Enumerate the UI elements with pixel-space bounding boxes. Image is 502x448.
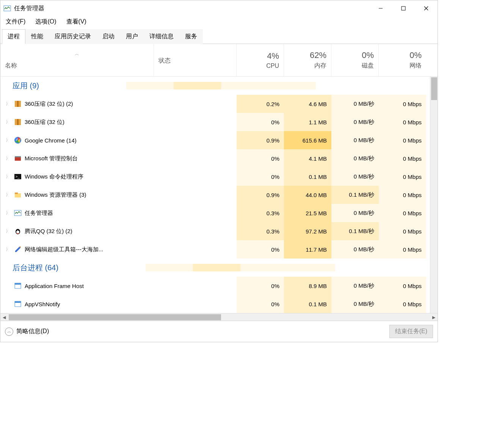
column-network-label: 网络 [409,62,422,70]
process-memory: 0.1 MB [284,168,331,186]
expand-chevron-icon[interactable]: 〉 [5,155,11,162]
scroll-right-icon[interactable]: ▶ [430,313,438,321]
process-row[interactable]: 〉360压缩 (32 位) (2)0.2%4.6 MB0 MB/秒0 Mbps [0,95,438,113]
process-name-cell: 〉>_Windows 命令处理程序 [0,168,154,186]
process-name: Windows 命令处理程序 [25,173,83,180]
process-row[interactable]: AppVShNotify0%0.1 MB0 MB/秒0 Mbps [0,295,438,313]
process-network: 0 Mbps [379,240,426,258]
process-icon [14,100,22,108]
process-row[interactable]: 〉腾讯QQ (32 位) (2)0.3%97.2 MB0.1 MB/秒0 Mbp… [0,222,438,240]
process-row[interactable]: 〉任务管理器0.3%21.5 MB0 MB/秒0 Mbps [0,204,438,222]
tab-services[interactable]: 服务 [179,29,203,44]
expand-chevron-icon[interactable]: 〉 [5,101,11,107]
process-cpu: 0% [237,277,284,295]
column-memory[interactable]: 62% 内存 [284,44,331,76]
svg-rect-8 [17,119,19,125]
expand-chevron-icon[interactable]: 〉 [5,119,11,125]
svg-rect-29 [15,301,21,303]
minimize-button[interactable] [369,0,392,16]
process-cpu: 0% [237,295,284,313]
expand-chevron-icon[interactable]: 〉 [5,137,11,144]
process-status [154,222,237,240]
fewer-details-toggle[interactable]: ︿ 简略信息(D) [5,327,49,336]
process-row[interactable]: 〉>_Windows 命令处理程序0%0.1 MB0 MB/秒0 Mbps [0,168,438,186]
process-list: 应用 (9) 〉360压缩 (32 位) (2)0.2%4.6 MB0 MB/秒… [0,77,438,313]
titlebar[interactable]: 任务管理器 [0,0,438,16]
tab-details[interactable]: 详细信息 [144,29,179,44]
group-background[interactable]: 后台进程 (64) [0,258,438,277]
expand-chevron-icon[interactable]: 〉 [5,192,11,198]
window-controls [369,0,438,16]
menu-options[interactable]: 选项(O) [34,17,58,27]
hscroll-thumb[interactable] [9,314,221,320]
process-name: Windows 资源管理器 (3) [25,191,86,199]
column-headers: ︿ 名称 状态 4% CPU 62% 内存 0% 磁盘 0% 网络 [0,44,438,77]
process-status [154,204,237,222]
process-network: 0 Mbps [379,149,426,168]
process-memory: 1.1 MB [284,113,331,131]
svg-marker-24 [15,247,20,252]
process-name-cell: AppVShNotify [0,295,154,313]
process-network: 0 Mbps [379,113,426,131]
expand-chevron-icon[interactable]: 〉 [5,210,11,216]
column-disk-label: 磁盘 [362,62,374,70]
process-status [154,277,237,295]
process-network: 0 Mbps [379,295,426,313]
process-network: 0 Mbps [379,277,426,295]
tab-users[interactable]: 用户 [120,29,144,44]
tab-app-history[interactable]: 应用历史记录 [49,29,97,44]
process-name: AppVShNotify [25,301,60,307]
process-name-cell: Application Frame Host [0,277,154,295]
process-row[interactable]: 〉Google Chrome (14)0.9%615.6 MB0 MB/秒0 M… [0,131,438,149]
column-cpu[interactable]: 4% CPU [237,44,284,76]
tab-startup[interactable]: 启动 [97,29,120,44]
sort-indicator-icon: ︿ [5,51,149,57]
expand-chevron-icon[interactable]: 〉 [5,228,11,235]
horizontal-scrollbar[interactable]: ◀ ▶ [0,313,438,321]
menu-view[interactable]: 查看(V) [65,17,88,27]
footer: ︿ 简略信息(D) 结束任务(E) [0,321,438,342]
process-icon [14,155,22,162]
process-network: 0 Mbps [379,204,426,222]
process-status [154,95,237,113]
end-task-button[interactable]: 结束任务(E) [389,325,433,338]
group-apps[interactable]: 应用 (9) [0,77,438,95]
svg-rect-6 [17,101,19,107]
vertical-scrollbar[interactable] [430,77,438,313]
maximize-button[interactable] [392,0,415,16]
column-status[interactable]: 状态 [154,44,237,76]
process-icon [14,191,22,199]
group-background-label: 后台进程 (64) [13,263,58,273]
scroll-left-icon[interactable]: ◀ [0,313,8,321]
column-name-label: 名称 [5,62,149,70]
tab-performance[interactable]: 性能 [25,29,49,44]
column-name[interactable]: ︿ 名称 [0,44,154,76]
process-name: 360压缩 (32 位) (2) [25,100,73,108]
process-name-cell: 〉Microsoft 管理控制台 [0,149,154,168]
close-button[interactable] [415,0,438,16]
expand-chevron-icon[interactable]: 〉 [5,174,11,180]
process-row[interactable]: 〉Microsoft 管理控制台0%4.1 MB0 MB/秒0 Mbps [0,149,438,168]
column-network[interactable]: 0% 网络 [379,44,426,76]
scrollbar-thumb[interactable] [431,77,437,100]
process-row[interactable]: 〉Windows 资源管理器 (3)0.9%44.0 MB0.1 MB/秒0 M… [0,186,438,204]
process-memory: 8.9 MB [284,277,331,295]
menu-file[interactable]: 文件(F) [4,17,27,27]
process-name: 腾讯QQ (32 位) (2) [25,228,72,235]
tab-processes[interactable]: 进程 [2,29,25,44]
chevron-up-icon: ︿ [5,327,13,336]
process-cpu: 0.2% [237,95,284,113]
column-disk[interactable]: 0% 磁盘 [331,44,379,76]
process-name-cell: 〉腾讯QQ (32 位) (2) [0,222,154,240]
process-row[interactable]: 〉360压缩 (32 位)0%1.1 MB0 MB/秒0 Mbps [0,113,438,131]
process-icon [14,300,22,308]
process-row[interactable]: Application Frame Host0%8.9 MB0 MB/秒0 Mb… [0,277,438,295]
memory-total: 62% [310,50,326,60]
process-name: 网络编辑超级工具箱---大海加... [25,246,104,253]
expand-chevron-icon[interactable]: 〉 [5,246,11,253]
menubar: 文件(F) 选项(O) 查看(V) [0,16,438,29]
process-row[interactable]: 〉网络编辑超级工具箱---大海加...0%11.7 MB0 MB/秒0 Mbps [0,240,438,258]
process-disk: 0 MB/秒 [331,149,379,168]
window-title: 任务管理器 [14,5,369,13]
process-memory: 4.1 MB [284,149,331,168]
